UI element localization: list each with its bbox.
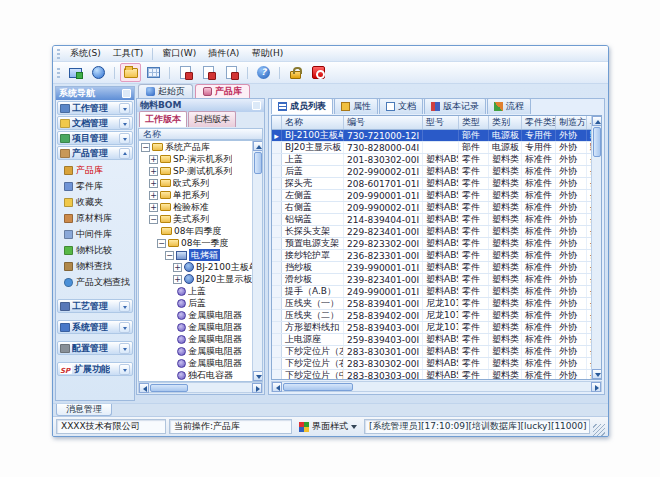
- row-selector[interactable]: [272, 358, 282, 369]
- window-export-button[interactable]: [198, 63, 219, 82]
- scroll-right-icon[interactable]: [252, 383, 262, 393]
- table-row[interactable]: 提手（A.B）249-990001-01I塑料ABS零件塑料类标准件外协条: [272, 286, 591, 298]
- tree-collapse-icon[interactable]: −: [149, 215, 158, 224]
- tree-node[interactable]: 金属膜电阻器: [139, 333, 252, 345]
- sidebar-section-6[interactable]: 配置管理: [57, 341, 133, 355]
- table-row[interactable]: 下纱定位片（右）283-830302-00I塑料ABS零件塑料类标准件外协条: [272, 358, 591, 370]
- column-header[interactable]: 零件类型: [522, 116, 556, 129]
- scroll-down-icon[interactable]: [592, 369, 602, 379]
- tree-node[interactable]: 独石电容器: [139, 369, 252, 381]
- sidebar-section-1[interactable]: 文档管理: [57, 116, 133, 130]
- message-manager-tab[interactable]: 消息管理: [56, 404, 112, 416]
- tree-expand-icon[interactable]: +: [173, 263, 182, 272]
- tree-node[interactable]: −08年一季度: [139, 237, 252, 249]
- row-selector[interactable]: [272, 226, 282, 237]
- tree-node[interactable]: +SP-演示机系列: [139, 153, 252, 165]
- sidebar-section-7[interactable]: 扩展功能: [57, 362, 133, 376]
- scroll-left-icon[interactable]: [272, 382, 282, 392]
- table-row[interactable]: 预置电源支架229-823302-00I塑料ABS零件塑料类标准件外协条: [272, 238, 591, 250]
- table-row[interactable]: 下纱定位片（中）283-830303-00I塑料ABS零件塑料类标准件外协条: [272, 370, 591, 379]
- scrollbar-thumb[interactable]: [593, 127, 601, 157]
- table-row[interactable]: BJ20主显示板730-828000-04I部件电源板专用件外协颗: [272, 142, 591, 154]
- detail-tab-4[interactable]: 流程: [487, 98, 531, 114]
- tree-horizontal-scrollbar[interactable]: [138, 382, 263, 393]
- scroll-left-icon[interactable]: [139, 383, 149, 393]
- table-row[interactable]: 铝锅盖214-839404-01I塑料ABS零件塑料类标准件外协条: [272, 214, 591, 226]
- row-selector[interactable]: [272, 298, 282, 309]
- chevron-up-icon[interactable]: [119, 148, 130, 159]
- bom-tab-1[interactable]: 归档版本: [188, 111, 236, 127]
- sidebar-item[interactable]: 中间件库: [56, 226, 134, 242]
- scrollbar-thumb[interactable]: [283, 383, 353, 391]
- table-row[interactable]: 压线夹（二）258-839402-00I尼龙1010零件塑料类标准件外协条: [272, 310, 591, 322]
- scroll-right-icon[interactable]: [591, 382, 601, 392]
- tree-node[interactable]: +SP-测试机系列: [139, 165, 252, 177]
- scroll-up-icon[interactable]: [253, 141, 263, 151]
- tree-node[interactable]: −电烤箱: [139, 249, 252, 261]
- row-selector[interactable]: [272, 166, 282, 177]
- tree-node[interactable]: +检验标准: [139, 201, 252, 213]
- row-selector[interactable]: [272, 346, 282, 357]
- table-row[interactable]: 滑纱板239-823401-00I塑料ABS零件塑料类标准件外协条: [272, 274, 591, 286]
- tree-node[interactable]: 金属膜电阻器: [139, 357, 252, 369]
- table-row[interactable]: 挡纱板239-990001-01I塑料ABS零件塑料类标准件外协条: [272, 262, 591, 274]
- row-selector[interactable]: [272, 154, 282, 165]
- sidebar-item[interactable]: 零件库: [56, 178, 134, 194]
- tree-vertical-scrollbar[interactable]: [252, 141, 262, 381]
- exit-button[interactable]: [308, 63, 329, 82]
- tree-node[interactable]: −美式系列: [139, 213, 252, 225]
- tree-node[interactable]: 08年四季度: [139, 225, 252, 237]
- new-report-button[interactable]: [175, 63, 196, 82]
- tree-expand-icon[interactable]: +: [149, 167, 158, 176]
- resize-grip[interactable]: [593, 424, 605, 436]
- tree-node[interactable]: 后盖: [139, 297, 252, 309]
- detail-tab-0[interactable]: 成员列表: [271, 98, 333, 114]
- row-selector[interactable]: [272, 202, 282, 213]
- table-horizontal-scrollbar[interactable]: [271, 381, 602, 392]
- sidebar-item[interactable]: 物料查找: [56, 258, 134, 274]
- table-row[interactable]: 上盖201-830302-00I塑料ABS零件塑料类标准件外协条: [272, 154, 591, 166]
- globe-button[interactable]: [88, 63, 109, 82]
- table-row[interactable]: 右侧盖209-990002-01I塑料ABS零件塑料类标准件外协条: [272, 202, 591, 214]
- tree-node[interactable]: +BJ-2100主板单点: [139, 261, 252, 273]
- column-header[interactable]: 编号: [344, 116, 423, 129]
- row-selector[interactable]: [272, 274, 282, 285]
- sidebar-item[interactable]: 原材料库: [56, 210, 134, 226]
- sidebar-item[interactable]: 产品库: [56, 162, 134, 178]
- menu-item[interactable]: 系统(S): [64, 46, 107, 61]
- table-row[interactable]: 长探头支架229-823401-00I塑料ABS零件塑料类标准件外协条: [272, 226, 591, 238]
- column-header[interactable]: 名称: [282, 116, 344, 129]
- doc-tab-0[interactable]: 起始页: [138, 84, 193, 98]
- tree-collapse-icon[interactable]: −: [165, 251, 174, 260]
- chevron-down-icon[interactable]: [119, 118, 130, 129]
- scroll-down-icon[interactable]: [253, 371, 263, 381]
- table-row[interactable]: 下纱定位片（左）283-830301-00I塑料ABS零件塑料类标准件外协条: [272, 346, 591, 358]
- tree-node[interactable]: +单把系列: [139, 189, 252, 201]
- row-selector[interactable]: [272, 334, 282, 345]
- window-refresh-button[interactable]: [221, 63, 242, 82]
- bom-pin-icon[interactable]: [252, 101, 261, 110]
- table-row[interactable]: 后盖202-990002-01I塑料ABS零件塑料类标准件外协条: [272, 166, 591, 178]
- sidebar-item[interactable]: 收藏夹: [56, 194, 134, 210]
- chevron-down-icon[interactable]: [119, 103, 130, 114]
- ui-style-dropdown[interactable]: 界面样式: [295, 419, 361, 434]
- scrollbar-thumb[interactable]: [150, 384, 188, 392]
- tree-node[interactable]: 金属膜电阻器: [139, 321, 252, 333]
- chevron-down-icon[interactable]: [119, 364, 130, 375]
- open-folder-button[interactable]: [120, 63, 141, 82]
- row-selector[interactable]: [272, 238, 282, 249]
- row-selector[interactable]: [272, 214, 282, 225]
- table-row[interactable]: 上电源座259-839403-00I塑料ABS零件塑料类标准件外协条: [272, 334, 591, 346]
- row-selector[interactable]: [272, 370, 282, 379]
- tree-column-header[interactable]: 名称: [138, 128, 263, 140]
- menu-item[interactable]: 插件(A): [202, 46, 245, 61]
- column-header[interactable]: 制造方式: [556, 116, 587, 129]
- tree-collapse-icon[interactable]: −: [141, 143, 150, 152]
- monitor-button[interactable]: [65, 63, 86, 82]
- lock-button[interactable]: [285, 63, 306, 82]
- tree-node[interactable]: 金属膜电阻器: [139, 345, 252, 357]
- table-row[interactable]: 压线夹（一）258-839401-00I尼龙1010零件塑料类标准件外协条: [272, 298, 591, 310]
- tree-node[interactable]: 上盖: [139, 285, 252, 297]
- table-row[interactable]: 左侧盖209-990001-01I塑料ABS零件塑料类标准件外协条: [272, 190, 591, 202]
- tree-expand-icon[interactable]: +: [149, 155, 158, 164]
